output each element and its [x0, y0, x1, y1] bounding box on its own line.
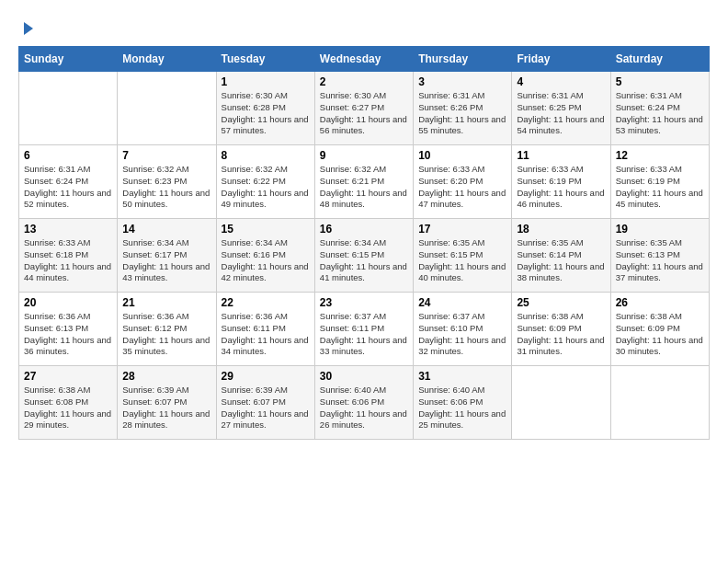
calendar-cell: 18Sunrise: 6:35 AMSunset: 6:14 PMDayligh… [512, 219, 610, 293]
calendar-cell: 26Sunrise: 6:38 AMSunset: 6:09 PMDayligh… [610, 293, 709, 366]
day-number: 9 [320, 149, 408, 162]
day-info: Sunrise: 6:37 AMSunset: 6:11 PMDaylight:… [320, 311, 408, 358]
calendar-cell: 29Sunrise: 6:39 AMSunset: 6:07 PMDayligh… [216, 366, 314, 440]
calendar-cell: 22Sunrise: 6:36 AMSunset: 6:11 PMDayligh… [216, 293, 314, 366]
day-info: Sunrise: 6:33 AMSunset: 6:18 PMDaylight:… [24, 237, 112, 284]
day-info: Sunrise: 6:32 AMSunset: 6:21 PMDaylight:… [320, 164, 408, 211]
calendar-cell: 6Sunrise: 6:31 AMSunset: 6:24 PMDaylight… [19, 145, 118, 219]
calendar-table: SundayMondayTuesdayWednesdayThursdayFrid… [18, 46, 710, 440]
calendar-cell: 23Sunrise: 6:37 AMSunset: 6:11 PMDayligh… [314, 293, 413, 366]
day-of-week-header: Tuesday [216, 47, 314, 72]
day-of-week-header: Monday [118, 47, 216, 72]
day-info: Sunrise: 6:30 AMSunset: 6:28 PMDaylight:… [222, 90, 310, 137]
day-number: 31 [418, 370, 506, 383]
calendar-header-row: SundayMondayTuesdayWednesdayThursdayFrid… [19, 47, 710, 72]
day-info: Sunrise: 6:34 AMSunset: 6:17 PMDaylight:… [122, 237, 210, 284]
calendar-cell: 4Sunrise: 6:31 AMSunset: 6:25 PMDaylight… [512, 72, 610, 145]
calendar-cell: 16Sunrise: 6:34 AMSunset: 6:15 PMDayligh… [314, 219, 413, 293]
calendar-cell: 21Sunrise: 6:36 AMSunset: 6:12 PMDayligh… [118, 293, 216, 366]
day-number: 17 [418, 223, 506, 236]
svg-marker-0 [24, 22, 33, 35]
calendar-week-row: 6Sunrise: 6:31 AMSunset: 6:24 PMDaylight… [19, 145, 710, 219]
day-number: 14 [122, 223, 210, 236]
day-number: 27 [24, 370, 112, 383]
day-info: Sunrise: 6:33 AMSunset: 6:19 PMDaylight:… [517, 164, 605, 211]
day-number: 26 [616, 296, 704, 309]
calendar-cell: 13Sunrise: 6:33 AMSunset: 6:18 PMDayligh… [19, 219, 118, 293]
day-info: Sunrise: 6:30 AMSunset: 6:27 PMDaylight:… [320, 90, 408, 137]
calendar-cell: 19Sunrise: 6:35 AMSunset: 6:13 PMDayligh… [610, 219, 709, 293]
calendar-week-row: 27Sunrise: 6:38 AMSunset: 6:08 PMDayligh… [19, 366, 710, 440]
calendar-cell: 15Sunrise: 6:34 AMSunset: 6:16 PMDayligh… [216, 219, 314, 293]
day-info: Sunrise: 6:40 AMSunset: 6:06 PMDaylight:… [320, 385, 408, 431]
calendar-cell [118, 72, 216, 145]
calendar-cell: 11Sunrise: 6:33 AMSunset: 6:19 PMDayligh… [512, 145, 610, 219]
calendar-cell: 24Sunrise: 6:37 AMSunset: 6:10 PMDayligh… [414, 293, 512, 366]
day-number: 12 [616, 149, 704, 162]
day-number: 23 [320, 296, 408, 309]
calendar-cell: 5Sunrise: 6:31 AMSunset: 6:24 PMDaylight… [610, 72, 709, 145]
calendar-cell: 20Sunrise: 6:36 AMSunset: 6:13 PMDayligh… [19, 293, 118, 366]
day-of-week-header: Wednesday [314, 47, 413, 72]
day-info: Sunrise: 6:35 AMSunset: 6:13 PMDaylight:… [616, 237, 704, 284]
day-info: Sunrise: 6:34 AMSunset: 6:15 PMDaylight:… [320, 237, 408, 284]
day-info: Sunrise: 6:40 AMSunset: 6:06 PMDaylight:… [418, 385, 506, 431]
day-number: 13 [24, 223, 112, 236]
calendar-cell: 8Sunrise: 6:32 AMSunset: 6:22 PMDaylight… [216, 145, 314, 219]
calendar-cell: 17Sunrise: 6:35 AMSunset: 6:15 PMDayligh… [414, 219, 512, 293]
day-number: 24 [418, 296, 506, 309]
calendar-cell: 27Sunrise: 6:38 AMSunset: 6:08 PMDayligh… [19, 366, 118, 440]
day-info: Sunrise: 6:39 AMSunset: 6:07 PMDaylight:… [222, 385, 310, 431]
day-info: Sunrise: 6:33 AMSunset: 6:19 PMDaylight:… [616, 164, 704, 211]
day-number: 28 [122, 370, 210, 383]
day-info: Sunrise: 6:39 AMSunset: 6:07 PMDaylight:… [122, 385, 210, 431]
calendar-cell: 25Sunrise: 6:38 AMSunset: 6:09 PMDayligh… [512, 293, 610, 366]
day-info: Sunrise: 6:38 AMSunset: 6:09 PMDaylight:… [517, 311, 605, 358]
day-number: 16 [320, 223, 408, 236]
day-info: Sunrise: 6:35 AMSunset: 6:15 PMDaylight:… [418, 237, 506, 284]
calendar-cell: 1Sunrise: 6:30 AMSunset: 6:28 PMDaylight… [216, 72, 314, 145]
day-number: 15 [222, 223, 310, 236]
day-number: 18 [517, 223, 605, 236]
logo [18, 18, 37, 37]
day-info: Sunrise: 6:31 AMSunset: 6:24 PMDaylight:… [24, 164, 112, 211]
calendar-cell: 30Sunrise: 6:40 AMSunset: 6:06 PMDayligh… [314, 366, 413, 440]
day-number: 20 [24, 296, 112, 309]
calendar-cell: 14Sunrise: 6:34 AMSunset: 6:17 PMDayligh… [118, 219, 216, 293]
day-info: Sunrise: 6:36 AMSunset: 6:13 PMDaylight:… [24, 311, 112, 358]
day-of-week-header: Sunday [19, 47, 118, 72]
day-info: Sunrise: 6:37 AMSunset: 6:10 PMDaylight:… [418, 311, 506, 358]
day-info: Sunrise: 6:35 AMSunset: 6:14 PMDaylight:… [517, 237, 605, 284]
calendar-cell: 7Sunrise: 6:32 AMSunset: 6:23 PMDaylight… [118, 145, 216, 219]
day-info: Sunrise: 6:36 AMSunset: 6:11 PMDaylight:… [222, 311, 310, 358]
calendar-week-row: 20Sunrise: 6:36 AMSunset: 6:13 PMDayligh… [19, 293, 710, 366]
day-info: Sunrise: 6:31 AMSunset: 6:25 PMDaylight:… [517, 90, 605, 137]
calendar-week-row: 1Sunrise: 6:30 AMSunset: 6:28 PMDaylight… [19, 72, 710, 145]
day-info: Sunrise: 6:38 AMSunset: 6:08 PMDaylight:… [24, 385, 112, 431]
day-number: 4 [517, 75, 605, 88]
day-number: 21 [122, 296, 210, 309]
calendar-cell [19, 72, 118, 145]
day-number: 7 [122, 149, 210, 162]
header [18, 18, 710, 37]
day-info: Sunrise: 6:38 AMSunset: 6:09 PMDaylight:… [616, 311, 704, 358]
day-number: 2 [320, 75, 408, 88]
logo-arrow-icon [20, 20, 37, 37]
day-number: 5 [616, 75, 704, 88]
day-number: 19 [616, 223, 704, 236]
day-number: 29 [222, 370, 310, 383]
day-number: 11 [517, 149, 605, 162]
calendar-cell: 2Sunrise: 6:30 AMSunset: 6:27 PMDaylight… [314, 72, 413, 145]
day-number: 3 [418, 75, 506, 88]
calendar-cell [610, 366, 709, 440]
day-number: 10 [418, 149, 506, 162]
day-info: Sunrise: 6:34 AMSunset: 6:16 PMDaylight:… [222, 237, 310, 284]
calendar-week-row: 13Sunrise: 6:33 AMSunset: 6:18 PMDayligh… [19, 219, 710, 293]
day-info: Sunrise: 6:33 AMSunset: 6:20 PMDaylight:… [418, 164, 506, 211]
calendar-cell: 9Sunrise: 6:32 AMSunset: 6:21 PMDaylight… [314, 145, 413, 219]
calendar-cell: 28Sunrise: 6:39 AMSunset: 6:07 PMDayligh… [118, 366, 216, 440]
day-number: 6 [24, 149, 112, 162]
day-of-week-header: Thursday [414, 47, 512, 72]
day-number: 8 [222, 149, 310, 162]
day-number: 22 [222, 296, 310, 309]
